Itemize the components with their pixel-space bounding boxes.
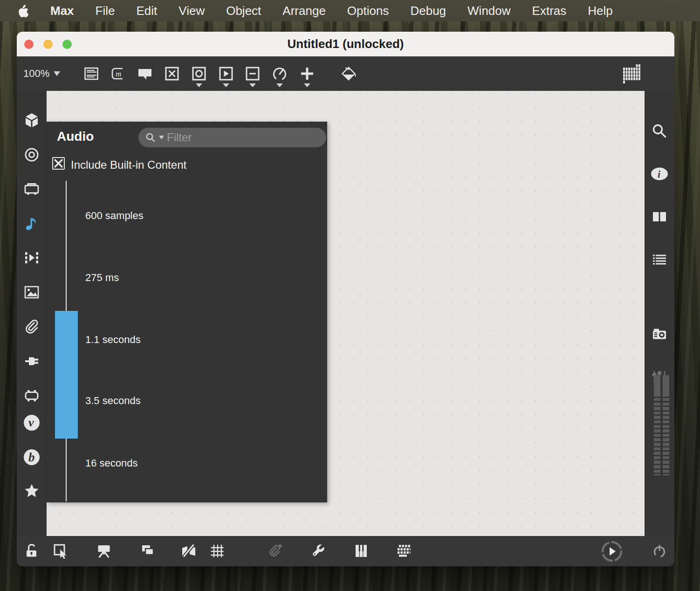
menu-extras[interactable]: Extras [532, 0, 567, 21]
menu-view[interactable]: View [178, 0, 205, 21]
filter-options-caret-icon[interactable] [159, 136, 164, 139]
svg-text:m: m [116, 69, 121, 78]
right-sidebar-rail: i [645, 91, 674, 536]
browser-section-title: Audio [57, 129, 94, 144]
apple-icon [17, 4, 29, 18]
piano-keys-icon[interactable] [353, 543, 370, 559]
level-meter-right [663, 375, 669, 475]
info-icon[interactable]: i [650, 165, 669, 182]
new-object-box-icon[interactable] [83, 65, 100, 82]
amp-icon[interactable] [23, 181, 40, 198]
target-icon[interactable] [23, 146, 40, 163]
duration-tick[interactable]: 275 ms [85, 272, 119, 284]
button-variants-caret[interactable] [196, 83, 202, 87]
search-sidebar-icon[interactable] [651, 123, 668, 139]
dial-variants-caret[interactable] [276, 83, 283, 87]
paperclip-add-icon[interactable] [267, 543, 283, 559]
slider-variants-caret[interactable] [249, 83, 256, 87]
toggle-icon[interactable] [164, 65, 180, 82]
vizzie-icon[interactable]: v [22, 413, 41, 432]
hardware-case-icon[interactable] [23, 387, 40, 404]
dial-icon[interactable] [271, 65, 288, 82]
image-icon[interactable] [23, 284, 40, 301]
zoom-level-dropdown[interactable]: 100% [23, 56, 60, 91]
window-title: Untitled1 (unlocked) [17, 32, 674, 56]
inspector-columns-icon[interactable] [651, 208, 668, 225]
search-icon [145, 132, 156, 143]
add-object-variants-caret[interactable] [304, 83, 310, 87]
presentation-easel-icon[interactable] [96, 543, 112, 559]
svg-text:i: i [658, 168, 661, 180]
key-grid-icon[interactable] [395, 543, 412, 559]
top-toolbar: 100% m [17, 56, 674, 91]
video-film-icon[interactable] [23, 249, 40, 266]
snapshot-camera-icon[interactable] [651, 326, 668, 343]
duration-range-selection[interactable] [55, 311, 78, 439]
power-icon[interactable] [651, 543, 668, 559]
audio-play-ring-icon[interactable] [600, 539, 624, 564]
chevron-down-icon [54, 71, 60, 76]
patcher-window: Untitled1 (unlocked) 100% m [17, 32, 674, 566]
level-meter-left [654, 375, 660, 475]
paperclip-icon[interactable] [23, 318, 40, 335]
menu-arrange[interactable]: Arrange [282, 0, 326, 21]
patch-cords-icon[interactable] [180, 543, 197, 559]
patcher-canvas[interactable]: Audio Include Built-in Content 600 sampl… [47, 91, 645, 536]
title-bar[interactable]: Untitled1 (unlocked) [17, 32, 674, 56]
include-builtin-checkbox[interactable] [52, 157, 65, 170]
menu-help[interactable]: Help [588, 0, 612, 21]
add-object-icon[interactable] [299, 65, 316, 82]
beap-icon[interactable]: b [22, 448, 41, 467]
list-icon[interactable] [651, 251, 668, 268]
layers-icon[interactable] [139, 543, 156, 559]
menu-bar: Max File Edit View Object Arrange Option… [0, 0, 700, 21]
favorites-star-icon[interactable] [23, 482, 40, 499]
filter-field[interactable] [138, 128, 326, 147]
left-browser-rail: v b [17, 91, 47, 536]
packages-cube-icon[interactable] [23, 112, 40, 129]
object-palette-icon[interactable] [621, 63, 642, 84]
apple-menu[interactable] [17, 4, 29, 18]
menu-window[interactable]: Window [467, 0, 510, 21]
playbar-icon[interactable] [218, 65, 234, 82]
duration-tick[interactable]: 16 seconds [85, 457, 138, 469]
unlock-icon[interactable] [23, 543, 40, 559]
duration-tick[interactable]: 1.1 seconds [85, 334, 141, 346]
menu-edit[interactable]: Edit [136, 0, 157, 21]
menu-options[interactable]: Options [347, 0, 389, 21]
grid-icon[interactable] [209, 543, 226, 559]
duration-tick[interactable]: 600 samples [85, 210, 144, 222]
svg-text:v: v [28, 416, 34, 429]
playbar-variants-caret[interactable] [223, 83, 229, 87]
zoom-level-value: 100% [23, 68, 49, 80]
menu-object[interactable]: Object [226, 0, 261, 21]
slider-icon[interactable] [244, 65, 261, 82]
menu-file[interactable]: File [96, 0, 115, 21]
wrench-icon[interactable] [310, 543, 327, 559]
audio-note-icon[interactable] [23, 215, 40, 232]
audio-level-meters [654, 375, 669, 475]
comment-icon[interactable] [137, 65, 153, 82]
paint-bucket-icon[interactable] [340, 65, 357, 82]
menu-debug[interactable]: Debug [410, 0, 446, 21]
button-icon[interactable] [191, 65, 207, 82]
svg-text:b: b [28, 450, 35, 464]
file-browser-panel: Audio Include Built-in Content 600 sampl… [47, 122, 327, 502]
selection-cursor-icon[interactable] [52, 543, 69, 559]
plug-icon[interactable] [23, 353, 40, 370]
include-builtin-label[interactable]: Include Built-in Content [71, 158, 186, 172]
bottom-toolbar [17, 536, 674, 566]
filter-input[interactable] [167, 131, 320, 144]
checkbox-x-mark [53, 158, 64, 169]
duration-tick[interactable]: 3.5 seconds [85, 395, 141, 407]
desktop: { "menu_bar": { "items": ["Max", "File",… [0, 0, 700, 591]
message-box-icon[interactable]: m [110, 65, 126, 82]
menu-max[interactable]: Max [50, 0, 74, 21]
